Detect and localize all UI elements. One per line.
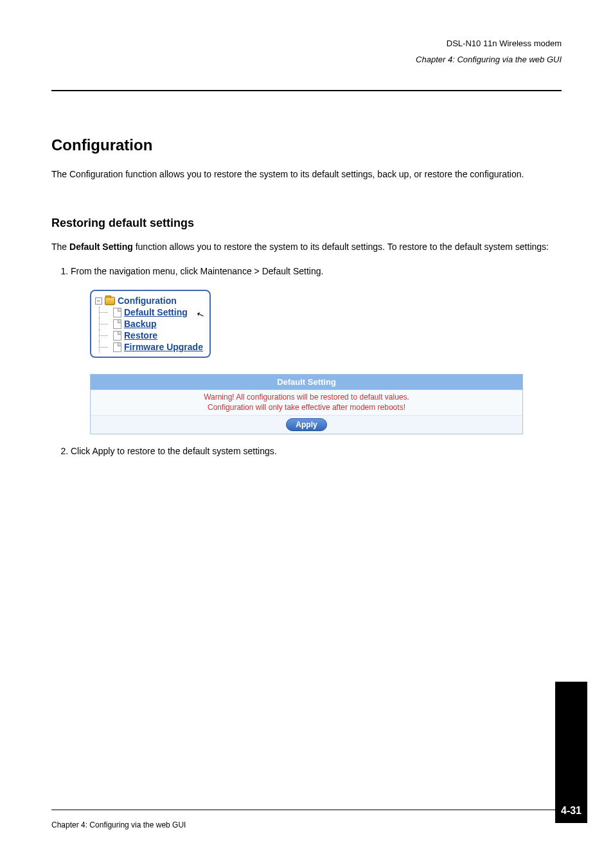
footer-divider: [51, 810, 562, 810]
file-icon: [113, 342, 121, 352]
step-2: Click Apply to restore to the default sy…: [71, 444, 562, 458]
panel-title: Default Setting: [91, 375, 522, 390]
section-body: The Configuration function allows you to…: [51, 167, 562, 181]
footer-chapter: Chapter 4: Configuring via the web GUI: [51, 820, 186, 829]
file-icon: [113, 331, 121, 341]
file-icon: [113, 319, 121, 329]
file-icon: [113, 308, 121, 317]
header-product: DSL-N10 11n Wireless modem: [51, 39, 562, 48]
page-number: 4-31: [561, 805, 582, 817]
tree-item-restore[interactable]: Restore: [95, 330, 203, 341]
folder-icon: [105, 297, 115, 305]
tree-item-default-setting[interactable]: Default Setting: [95, 306, 203, 318]
subsection-body: The Default Setting function allows you …: [51, 240, 562, 254]
nav-tree: Configuration Default Setting ↖ Backup R…: [90, 290, 211, 358]
default-setting-panel: Default Setting Warning! All configurati…: [90, 374, 523, 434]
tree-root-configuration[interactable]: Configuration: [95, 295, 203, 306]
tree-item-firmware-upgrade[interactable]: Firmware Upgrade: [95, 341, 203, 353]
apply-button[interactable]: Apply: [286, 418, 326, 431]
tree-item-backup[interactable]: Backup: [95, 318, 203, 330]
header-divider: [51, 90, 562, 91]
page-number-tab: 4-31: [555, 682, 587, 823]
collapse-icon[interactable]: [95, 297, 102, 305]
step-1: From the navigation menu, click Maintena…: [71, 264, 562, 278]
section-title: Configuration: [51, 136, 562, 154]
header-chapter: Chapter 4: Configuring via the web GUI: [51, 55, 562, 64]
subsection-title: Restoring default settings: [51, 217, 562, 230]
panel-warning: Warning! All configurations will be rest…: [91, 390, 522, 416]
